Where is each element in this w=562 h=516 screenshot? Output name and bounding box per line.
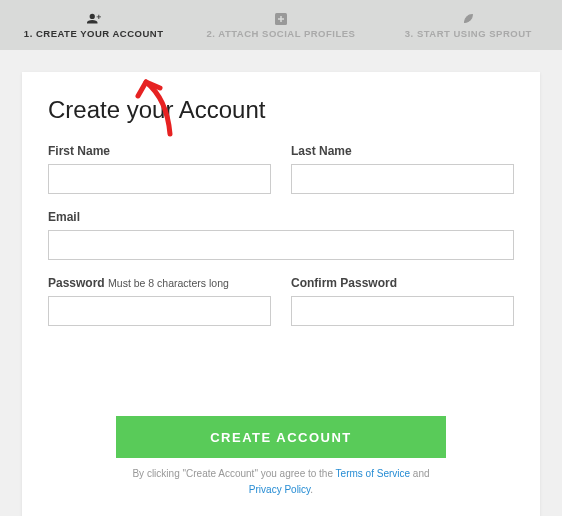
email-input[interactable] (48, 230, 514, 260)
password-field: Password Must be 8 characters long (48, 276, 271, 326)
confirm-password-input[interactable] (291, 296, 514, 326)
step-start-sprout[interactable]: 3. START USING SPROUT (375, 0, 562, 50)
create-account-button[interactable]: CREATE ACCOUNT (116, 416, 446, 458)
step-attach-profiles[interactable]: 2. ATTACH SOCIAL PROFILES (187, 0, 374, 50)
first-name-label: First Name (48, 144, 271, 158)
user-add-icon (87, 12, 101, 26)
leaf-icon (461, 12, 475, 26)
plus-box-icon (274, 12, 288, 26)
legal-text: By clicking "Create Account" you agree t… (48, 466, 514, 498)
password-label: Password Must be 8 characters long (48, 276, 271, 290)
confirm-password-field: Confirm Password (291, 276, 514, 326)
confirm-password-label: Confirm Password (291, 276, 514, 290)
signup-stepper: 1. CREATE YOUR ACCOUNT 2. ATTACH SOCIAL … (0, 0, 562, 50)
step-1-label: 1. CREATE YOUR ACCOUNT (24, 28, 164, 39)
privacy-link[interactable]: Privacy Policy (249, 484, 311, 495)
password-input[interactable] (48, 296, 271, 326)
step-2-label: 2. ATTACH SOCIAL PROFILES (207, 28, 356, 39)
form-heading: Create your Account (48, 96, 514, 124)
last-name-label: Last Name (291, 144, 514, 158)
step-3-label: 3. START USING SPROUT (405, 28, 532, 39)
terms-link[interactable]: Terms of Service (336, 468, 410, 479)
password-hint: Must be 8 characters long (108, 277, 229, 289)
first-name-field: First Name (48, 144, 271, 194)
signup-card: Create your Account First Name Last Name… (22, 72, 540, 516)
email-label: Email (48, 210, 514, 224)
step-create-account[interactable]: 1. CREATE YOUR ACCOUNT (0, 0, 187, 50)
first-name-input[interactable] (48, 164, 271, 194)
last-name-input[interactable] (291, 164, 514, 194)
last-name-field: Last Name (291, 144, 514, 194)
email-field: Email (48, 210, 514, 260)
